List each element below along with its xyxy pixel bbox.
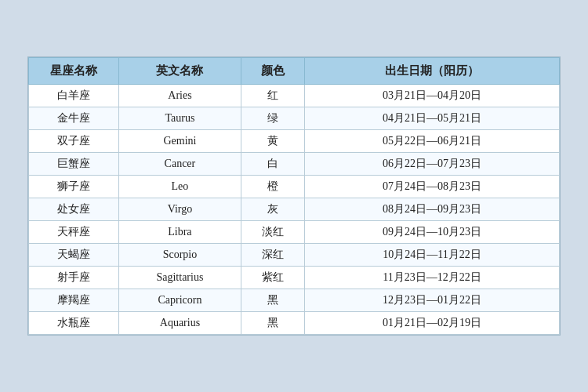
cell-color: 黑: [241, 312, 304, 335]
cell-chinese-name: 处女座: [29, 198, 119, 221]
table-row: 天蝎座Scorpio深红10月24日—11月22日: [29, 244, 560, 267]
cell-dates: 01月21日—02月19日: [305, 312, 560, 335]
header-chinese-name: 星座名称: [29, 58, 119, 85]
cell-color: 紫红: [241, 267, 304, 289]
cell-color: 黑: [241, 289, 304, 312]
cell-chinese-name: 水瓶座: [29, 312, 119, 335]
table-row: 射手座Sagittarius紫红11月23日—12月22日: [29, 267, 560, 289]
table-row: 白羊座Aries红03月21日—04月20日: [29, 85, 560, 107]
cell-chinese-name: 金牛座: [29, 107, 119, 130]
header-birthdate: 出生日期（阳历）: [305, 58, 560, 85]
cell-english-name: Virgo: [119, 198, 241, 221]
cell-chinese-name: 巨蟹座: [29, 153, 119, 176]
table-row: 金牛座Taurus绿04月21日—05月21日: [29, 107, 560, 130]
cell-chinese-name: 白羊座: [29, 85, 119, 107]
table-row: 天秤座Libra淡红09月24日—10月23日: [29, 221, 560, 244]
table-header-row: 星座名称 英文名称 颜色 出生日期（阳历）: [29, 58, 560, 85]
cell-chinese-name: 天蝎座: [29, 244, 119, 267]
cell-chinese-name: 摩羯座: [29, 289, 119, 312]
table-body: 白羊座Aries红03月21日—04月20日金牛座Taurus绿04月21日—0…: [29, 85, 560, 335]
cell-chinese-name: 射手座: [29, 267, 119, 289]
cell-english-name: Leo: [119, 176, 241, 198]
cell-color: 淡红: [241, 221, 304, 244]
cell-english-name: Cancer: [119, 153, 241, 176]
cell-chinese-name: 双子座: [29, 130, 119, 153]
cell-dates: 07月24日—08月23日: [305, 176, 560, 198]
cell-color: 黄: [241, 130, 304, 153]
cell-color: 灰: [241, 198, 304, 221]
cell-dates: 09月24日—10月23日: [305, 221, 560, 244]
header-english-name: 英文名称: [119, 58, 241, 85]
cell-chinese-name: 狮子座: [29, 176, 119, 198]
cell-color: 白: [241, 153, 304, 176]
cell-dates: 11月23日—12月22日: [305, 267, 560, 289]
cell-english-name: Capricorn: [119, 289, 241, 312]
zodiac-table-container: 星座名称 英文名称 颜色 出生日期（阳历） 白羊座Aries红03月21日—04…: [27, 56, 561, 336]
cell-english-name: Sagittarius: [119, 267, 241, 289]
cell-color: 橙: [241, 176, 304, 198]
header-color: 颜色: [241, 58, 304, 85]
cell-english-name: Libra: [119, 221, 241, 244]
table-row: 双子座Gemini黄05月22日—06月21日: [29, 130, 560, 153]
cell-english-name: Taurus: [119, 107, 241, 130]
cell-english-name: Aries: [119, 85, 241, 107]
table-row: 狮子座Leo橙07月24日—08月23日: [29, 176, 560, 198]
cell-dates: 03月21日—04月20日: [305, 85, 560, 107]
table-row: 巨蟹座Cancer白06月22日—07月23日: [29, 153, 560, 176]
cell-dates: 04月21日—05月21日: [305, 107, 560, 130]
cell-color: 深红: [241, 244, 304, 267]
cell-english-name: Gemini: [119, 130, 241, 153]
cell-dates: 06月22日—07月23日: [305, 153, 560, 176]
table-row: 摩羯座Capricorn黑12月23日—01月22日: [29, 289, 560, 312]
cell-dates: 05月22日—06月21日: [305, 130, 560, 153]
cell-chinese-name: 天秤座: [29, 221, 119, 244]
table-row: 处女座Virgo灰08月24日—09月23日: [29, 198, 560, 221]
cell-dates: 12月23日—01月22日: [305, 289, 560, 312]
cell-color: 绿: [241, 107, 304, 130]
cell-color: 红: [241, 85, 304, 107]
zodiac-table: 星座名称 英文名称 颜色 出生日期（阳历） 白羊座Aries红03月21日—04…: [28, 57, 560, 335]
table-row: 水瓶座Aquarius黑01月21日—02月19日: [29, 312, 560, 335]
cell-english-name: Scorpio: [119, 244, 241, 267]
cell-english-name: Aquarius: [119, 312, 241, 335]
cell-dates: 10月24日—11月22日: [305, 244, 560, 267]
cell-dates: 08月24日—09月23日: [305, 198, 560, 221]
